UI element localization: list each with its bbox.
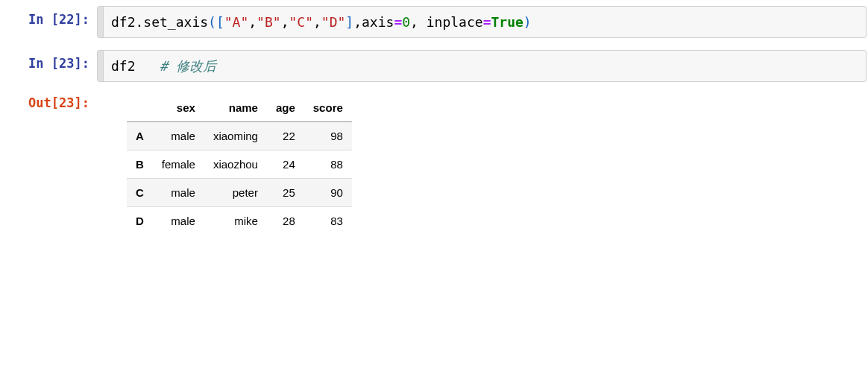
- row-index: D: [127, 207, 153, 235]
- table-row: A male xiaoming 22 98: [127, 122, 352, 150]
- prompt-in: In [22]:: [0, 6, 97, 33]
- cell-name: xiaozhou: [204, 150, 267, 179]
- code-token: "D": [321, 14, 346, 30]
- code-token: ,: [281, 14, 289, 30]
- output-area: sex name age score A male xiaoming 22 98…: [97, 89, 868, 239]
- prompt-in: In [23]:: [0, 50, 97, 77]
- cell-name: mike: [204, 207, 267, 235]
- code-token: ]: [345, 14, 353, 30]
- table-row: D male mike 28 83: [127, 207, 352, 235]
- cell-age: 24: [267, 150, 304, 179]
- table-header: name: [204, 94, 267, 122]
- code-token: =: [394, 14, 402, 30]
- code-token: # 修改后: [160, 58, 216, 74]
- code-token: 0: [402, 14, 410, 30]
- table-header-index: [127, 94, 153, 122]
- code-text[interactable]: df2 # 修改后: [104, 51, 866, 81]
- code-token: (: [208, 14, 216, 30]
- cell-sex: male: [153, 122, 204, 150]
- code-cell: In [22]: df2.set_axis(["A","B","C","D"],…: [0, 6, 868, 38]
- cell-age: 28: [267, 207, 304, 235]
- code-token: axis: [362, 14, 394, 30]
- code-token: "A": [224, 14, 249, 30]
- output-cell: Out[23]: sex name age score A male xiaom…: [0, 89, 868, 239]
- cell-score: 90: [304, 179, 352, 207]
- row-index: B: [127, 150, 153, 179]
- cell-age: 25: [267, 179, 304, 207]
- code-token: .: [136, 14, 144, 30]
- input-gutter: [98, 51, 104, 81]
- table-header-row: sex name age score: [127, 94, 352, 122]
- row-index: A: [127, 122, 153, 150]
- table-row: B female xiaozhou 24 88: [127, 150, 352, 179]
- code-token: df2: [111, 14, 136, 30]
- prompt-out: Out[23]:: [0, 89, 97, 116]
- cell-name: peter: [204, 179, 267, 207]
- input-gutter: [98, 7, 104, 37]
- code-input-area[interactable]: df2 # 修改后: [97, 50, 867, 82]
- table-header: age: [267, 94, 304, 122]
- row-index: C: [127, 179, 153, 207]
- cell-score: 83: [304, 207, 352, 235]
- code-token: "B": [257, 14, 281, 30]
- table-header: score: [304, 94, 352, 122]
- code-token: ,: [248, 14, 257, 30]
- table-header: sex: [153, 94, 204, 122]
- code-token: ,: [353, 14, 362, 30]
- cell-sex: male: [153, 179, 204, 207]
- code-token: [: [216, 14, 224, 30]
- code-token: inplace: [418, 14, 483, 30]
- code-token: =: [483, 14, 491, 30]
- cell-name: xiaoming: [204, 122, 267, 150]
- dataframe-table: sex name age score A male xiaoming 22 98…: [127, 94, 352, 235]
- code-text[interactable]: df2.set_axis(["A","B","C","D"],axis=0, i…: [104, 7, 866, 37]
- cell-sex: male: [153, 207, 204, 235]
- code-token: ): [523, 14, 532, 30]
- table-row: C male peter 25 90: [127, 179, 352, 207]
- cell-age: 22: [267, 122, 304, 150]
- code-token: True: [491, 14, 523, 30]
- cell-score: 98: [304, 122, 352, 150]
- code-cell: In [23]: df2 # 修改后: [0, 50, 868, 82]
- code-token: df2: [111, 58, 136, 74]
- code-token: ,: [410, 14, 418, 30]
- code-token: "C": [289, 14, 313, 30]
- code-input-area[interactable]: df2.set_axis(["A","B","C","D"],axis=0, i…: [97, 6, 867, 38]
- cell-sex: female: [153, 150, 204, 179]
- code-token: ,: [313, 14, 321, 30]
- code-token: [136, 58, 160, 74]
- code-token: set_axis: [143, 14, 208, 30]
- cell-score: 88: [304, 150, 352, 179]
